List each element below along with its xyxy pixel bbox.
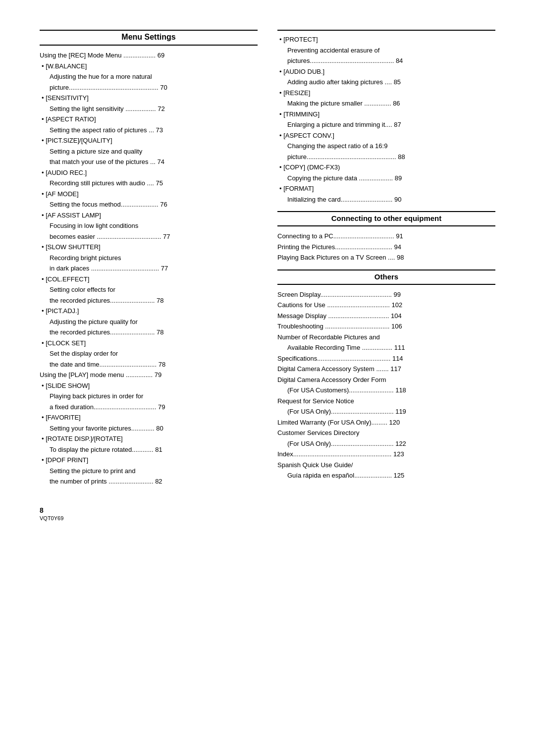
toc-entry: Screen Display..........................…: [277, 291, 401, 298]
list-item: Focusing in low light conditions: [40, 221, 258, 231]
page-number: 8: [40, 506, 258, 514]
list-item: • [AUDIO REC.]: [40, 168, 258, 178]
others-list: Screen Display..........................…: [277, 290, 495, 481]
toc-entry: Changing the aspect ratio of a 16:9: [277, 142, 387, 150]
list-item: • [PICT.SIZE]/[QUALITY]: [40, 136, 258, 146]
list-item: Connecting to a PC......................…: [277, 231, 495, 241]
toc-entry: • [PICT.SIZE]/[QUALITY]: [40, 137, 112, 144]
toc-entry: Recording bright pictures: [40, 254, 121, 262]
toc-entry: Digital Camera Accessory Order Form: [277, 376, 386, 383]
list-item: Spanish Quick Use Guide/: [277, 460, 495, 470]
toc-entry: Number of Recordable Pictures and: [277, 333, 380, 341]
toc-entry: • [AUDIO REC.]: [40, 169, 87, 176]
list-item: Using the [REC] Mode Menu ..............…: [40, 51, 258, 60]
page-container: Menu Settings Using the [REC] Mode Menu …: [40, 30, 495, 521]
list-item: Playing Back Pictures on a TV Screen ...…: [277, 253, 495, 263]
toc-entry: • [PROTECT]: [277, 36, 318, 43]
toc-entry: (For USA Only)..........................…: [277, 440, 406, 447]
list-item: • [COL.EFFECT]: [40, 274, 258, 284]
toc-entry: Playing Back Pictures on a TV Screen ...…: [277, 254, 404, 261]
list-item: • [SLIDE SHOW]: [40, 381, 258, 391]
list-item: Number of Recordable Pictures and: [277, 332, 495, 342]
toc-entry: Initializing the card...................…: [277, 196, 401, 203]
list-item: (For USA Only)..........................…: [277, 407, 495, 417]
list-item: • [SLOW SHUTTER]: [40, 242, 258, 252]
list-item: Digital Camera Accessory Order Form: [277, 375, 495, 385]
list-item: Making the picture smaller .............…: [277, 99, 495, 108]
list-item: Setting the aspect ratio of pictures ...…: [40, 125, 258, 135]
toc-entry: picture.................................…: [40, 84, 167, 91]
two-column-layout: Menu Settings Using the [REC] Mode Menu …: [40, 30, 495, 521]
toc-entry: Enlarging a picture and trimming it.... …: [277, 121, 401, 128]
list-item: • [SENSITIVITY]: [40, 93, 258, 103]
list-item: Cautions for Use .......................…: [277, 300, 495, 310]
list-item: Setting a picture size and quality: [40, 147, 258, 157]
toc-entry: Using the [REC] Mode Menu ..............…: [40, 52, 164, 59]
list-item: Preventing accidental erasure of: [277, 46, 495, 55]
toc-entry: Setting your favorite pictures..........…: [40, 425, 163, 432]
toc-entry: picture.................................…: [277, 153, 405, 161]
toc-entry: Setting color effects for: [40, 286, 115, 293]
toc-entry: Connecting to a PC......................…: [277, 232, 403, 240]
toc-entry: • [RESIZE]: [277, 89, 310, 97]
toc-entry: Recording still pictures with audio ....…: [40, 179, 163, 187]
list-item: Adjusting the picture quality for: [40, 317, 258, 327]
toc-entry: Focusing in low light conditions: [40, 222, 138, 229]
toc-entry: • [SLIDE SHOW]: [40, 382, 90, 389]
list-item: Setting color effects for: [40, 285, 258, 295]
toc-entry: Index...................................…: [277, 450, 404, 458]
menu-settings-title: Menu Settings: [40, 30, 258, 46]
list-item: • [W.BALANCE]: [40, 61, 258, 71]
toc-entry: (For USA Only)..........................…: [277, 408, 406, 415]
toc-entry: Playing back pictures in order for: [40, 392, 143, 400]
page-footer: 8 VQT0Y69: [40, 506, 258, 521]
list-item: a fixed duration........................…: [40, 402, 258, 412]
toc-entry: Adding audio after taking pictures .... …: [277, 78, 401, 86]
toc-entry: • [FORMAT]: [277, 185, 314, 192]
toc-entry: Set the display order for: [40, 350, 118, 357]
list-item: • [AUDIO DUB.]: [277, 67, 495, 77]
list-item: • [CLOCK SET]: [40, 338, 258, 348]
toc-entry: • [SENSITIVITY]: [40, 94, 89, 102]
list-item: Screen Display..........................…: [277, 290, 495, 300]
toc-entry: • [COPY] (DMC-FX3): [277, 163, 340, 171]
toc-entry: Request for Service Notice: [277, 397, 354, 405]
toc-entry: Troubleshooting ........................…: [277, 323, 402, 330]
toc-entry: • [FAVORITE]: [40, 414, 81, 421]
list-item: in dark places .........................…: [40, 264, 258, 273]
toc-entry: • [AF MODE]: [40, 190, 79, 198]
toc-entry: Customer Services Directory: [277, 429, 359, 436]
toc-entry: Spanish Quick Use Guide/: [277, 461, 353, 469]
list-item: • [PROTECT]: [277, 35, 495, 45]
list-item: Printing the Pictures...................…: [277, 242, 495, 252]
list-item: • [AF MODE]: [40, 189, 258, 199]
toc-entry: • [ASPECT CONV.]: [277, 132, 334, 139]
list-item: the recorded pictures...................…: [40, 327, 258, 337]
list-item: Recording bright pictures: [40, 253, 258, 263]
list-item: Request for Service Notice: [277, 396, 495, 406]
list-item: • [TRIMMING]: [277, 109, 495, 119]
list-item: • [ASPECT RATIO]: [40, 114, 258, 124]
toc-entry: that match your use of the pictures ... …: [40, 158, 164, 165]
list-item: the date and time.......................…: [40, 360, 258, 370]
list-item: Playing back pictures in order for: [40, 391, 258, 401]
list-item: • [ASPECT CONV.]: [277, 131, 495, 141]
toc-entry: Setting the focus method................…: [40, 201, 167, 208]
toc-entry: • [AUDIO DUB.]: [277, 68, 324, 75]
toc-entry: Making the picture smaller .............…: [277, 100, 400, 107]
list-item: that match your use of the pictures ... …: [40, 157, 258, 167]
toc-entry: the recorded pictures...................…: [40, 328, 164, 336]
left-column: Menu Settings Using the [REC] Mode Menu …: [40, 30, 258, 521]
list-item: Setting your favorite pictures..........…: [40, 424, 258, 433]
list-item: Customer Services Directory: [277, 428, 495, 438]
list-item: Setting the focus method................…: [40, 200, 258, 210]
list-item: Available Recording Time ...............…: [277, 343, 495, 353]
toc-entry: • [CLOCK SET]: [40, 339, 86, 347]
list-item: Using the [PLAY] mode menu .............…: [40, 370, 258, 380]
toc-entry: Setting the light sensitivity ..........…: [40, 105, 165, 112]
toc-entry: • [SLOW SHUTTER]: [40, 243, 101, 251]
list-item: the number of prints ...................…: [40, 477, 258, 486]
list-item: Set the display order for: [40, 349, 258, 359]
list-item: pictures................................…: [277, 56, 495, 66]
list-item: To display the picture rotated..........…: [40, 445, 258, 455]
